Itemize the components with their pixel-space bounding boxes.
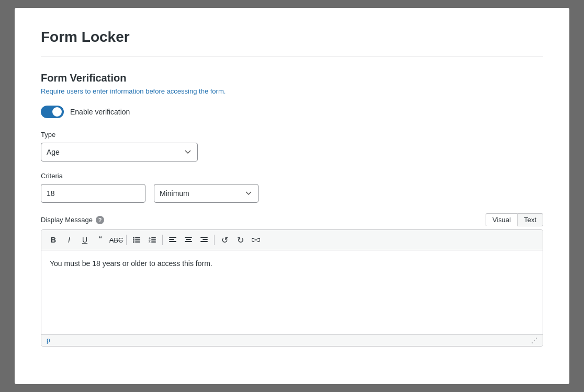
toolbar-italic-button[interactable]: I [62, 233, 76, 247]
toolbar-blockquote-button[interactable]: “ [94, 233, 107, 247]
tab-text[interactable]: Text [517, 213, 543, 226]
toggle-row: Enable verification [41, 106, 543, 118]
svg-rect-17 [186, 239, 191, 240]
criteria-row: Minimum Maximum Exact [41, 184, 543, 203]
display-message-header: Display Message ? Visual Text [41, 213, 543, 226]
svg-rect-18 [185, 241, 192, 242]
svg-rect-14 [169, 241, 176, 242]
svg-rect-11 [151, 241, 156, 243]
svg-rect-9 [151, 239, 156, 240]
svg-point-4 [133, 241, 134, 243]
divider [41, 56, 543, 56]
enable-verification-toggle[interactable] [41, 106, 64, 118]
section-description: Require users to enter information befor… [41, 87, 543, 95]
toolbar-separator-1 [126, 235, 127, 245]
align-left-icon [169, 237, 176, 243]
resize-handle[interactable]: ⋰ [531, 337, 537, 344]
toolbar-underline-button[interactable]: U [78, 233, 92, 247]
type-select[interactable]: Age Password Date [41, 143, 198, 162]
toggle-label: Enable verification [70, 108, 130, 116]
svg-rect-16 [185, 237, 192, 238]
svg-point-0 [133, 237, 134, 239]
help-icon[interactable]: ? [96, 216, 104, 224]
page-title: Form Locker [41, 29, 543, 45]
svg-text:3.: 3. [149, 240, 151, 243]
toolbar-strikethrough-button[interactable]: ABC [109, 233, 123, 247]
svg-rect-20 [200, 237, 208, 238]
type-field-group: Type Age Password Date [41, 131, 543, 162]
toolbar-ordered-list-button[interactable]: 1. 2. 3. [145, 233, 159, 247]
display-message-label: Display Message [41, 216, 93, 224]
toolbar-separator-3 [214, 235, 215, 245]
align-right-icon [200, 237, 208, 243]
criteria-value-input[interactable] [41, 184, 145, 203]
svg-rect-12 [169, 237, 176, 238]
ordered-list-icon: 1. 2. 3. [149, 237, 156, 243]
form-verification-section: Form Verification Require users to enter… [41, 72, 543, 347]
svg-rect-22 [200, 241, 208, 242]
toolbar-align-left-button[interactable] [166, 233, 179, 247]
toolbar-bold-button[interactable]: B [47, 233, 60, 247]
view-tabs: Visual Text [486, 213, 543, 226]
criteria-qualifier-select[interactable]: Minimum Maximum Exact [154, 184, 259, 203]
toolbar-undo-button[interactable]: ↺ [218, 233, 231, 247]
link-icon [252, 237, 260, 243]
main-window: Form Locker Form Verification Require us… [15, 8, 569, 384]
toolbar-unordered-list-button[interactable] [130, 233, 143, 247]
type-field-label: Type [41, 131, 543, 139]
align-center-icon [185, 237, 192, 243]
toolbar-align-right-button[interactable] [197, 233, 211, 247]
display-message-label-row: Display Message ? [41, 216, 104, 224]
svg-point-2 [133, 239, 134, 241]
editor-toolbar: B I U “ ABC [41, 230, 543, 250]
svg-rect-21 [203, 239, 208, 240]
toolbar-separator-2 [162, 235, 163, 245]
criteria-field-label: Criteria [41, 172, 543, 180]
toolbar-redo-button[interactable]: ↻ [233, 233, 247, 247]
editor-container: B I U “ ABC [41, 229, 543, 347]
svg-rect-3 [135, 239, 140, 240]
toolbar-link-button[interactable] [249, 233, 263, 247]
svg-rect-13 [169, 239, 174, 240]
svg-rect-5 [135, 241, 140, 243]
editor-content[interactable]: You must be 18 years or older to access … [41, 250, 543, 334]
editor-tag-label: p [47, 337, 50, 344]
display-message-field-group: Display Message ? Visual Text B I U “ AB… [41, 213, 543, 347]
toolbar-align-center-button[interactable] [182, 233, 195, 247]
section-title: Form Verification [41, 72, 543, 84]
tab-visual[interactable]: Visual [486, 213, 517, 226]
toggle-slider [41, 106, 64, 118]
unordered-list-icon [133, 237, 140, 243]
svg-rect-1 [135, 237, 140, 238]
editor-footer: p ⋰ [41, 334, 543, 346]
svg-rect-7 [151, 237, 156, 238]
criteria-field-group: Criteria Minimum Maximum Exact [41, 172, 543, 203]
